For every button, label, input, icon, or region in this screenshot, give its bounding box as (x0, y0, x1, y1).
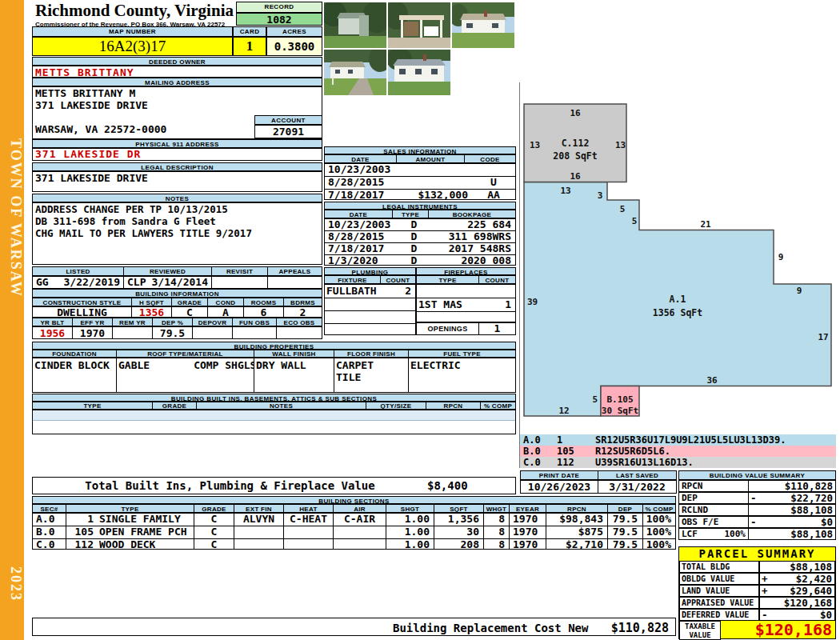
building-info-values-1: DWELLING 1356 C A 6 2 (32, 306, 322, 318)
area-c-sqft: 208 SqFt (553, 150, 597, 162)
building-information-title: BUILDING INFORMATION (32, 289, 322, 298)
legend-num: 1 (557, 434, 595, 446)
bdrms-value: 2 (284, 307, 322, 317)
ecoobs-value (277, 327, 322, 338)
ps-row: LAND VALUE +$29,640 (679, 585, 835, 597)
note-line-2: DB 311-698 from Sandra G Fleet (33, 215, 322, 227)
dim-right-17: 17 (818, 332, 828, 342)
bs-comp: 100% (643, 526, 675, 538)
bs-whgt: 8 (484, 539, 510, 550)
ps-amount: $88,108 (770, 562, 834, 572)
listed-label: LISTED (33, 267, 124, 275)
bs-col-air: AIR (334, 505, 386, 512)
map-number-value: 16A2(3)17 (32, 37, 233, 56)
sales-amount (400, 164, 472, 176)
house-front-photo (388, 50, 450, 95)
instr-type: D (396, 255, 432, 266)
building-sections-rows: A.0 1SINGLE FAMILY C ALVYN C-HEAT C-AIR … (32, 513, 676, 550)
carport-photo (388, 2, 450, 48)
bi-col-grade: GRADE (153, 402, 197, 409)
print-info-header: PRINT DATE LAST SAVED (520, 470, 677, 480)
building-info-header-2: YR BLT EFF YR REM YR DEP % DEPOVR FUN OB… (32, 318, 322, 326)
bvs-label-text: LCF (682, 529, 698, 539)
instr-col-type: TYPE (393, 210, 429, 218)
bs-type-name: WOOD DECK (99, 539, 155, 550)
legal-description-value: 371 LAKESIDE DRIVE (32, 171, 322, 192)
physical-address-value: 371 LAKESIDE DR (32, 148, 322, 161)
bvs-op (749, 505, 758, 515)
dim-a-top: 13 (560, 186, 570, 196)
floor-finish-2: TILE (336, 371, 408, 383)
building-info-header-1: CONSTRUCTION STYLE H SQFT GRADE COND ROO… (32, 298, 322, 306)
replacement-cost-label: Building Replacement Cost New (393, 622, 588, 634)
area-b-label: B.105 (606, 394, 633, 405)
sales-code (472, 164, 515, 176)
bi-col-comp: % COMP (481, 402, 515, 409)
bs-dep: 79.5 (608, 539, 643, 550)
acres-value: 0.3800 (266, 37, 322, 56)
bs-shgt: 1.00 (386, 514, 434, 526)
taxable-label-2: VALUE (680, 631, 720, 640)
print-info-values: 10/26/2023 3/31/2022 (520, 480, 677, 494)
plumb-col-fixture: FIXTURE (325, 276, 381, 283)
bs-air (334, 526, 386, 538)
ps-row: TOTAL BLDG VALUE $88,108 (679, 561, 835, 573)
sales-date: 7/18/2017 (325, 190, 400, 200)
bs-type-code: 1 (66, 514, 94, 526)
floor-finish-1: CARPET (336, 359, 408, 371)
bs-whgt: 8 (484, 514, 510, 526)
legend-vector: SR12U5R36U17L9U9L21U5L5LU3L13D39. (595, 434, 836, 446)
ps-label-text: LAND VALUE (679, 585, 759, 597)
bvs-op (749, 481, 758, 491)
instr-date: 8/28/2015 (325, 231, 396, 242)
instr-col-bookpage: BOOKPAGE (429, 210, 515, 218)
sales-code: U (472, 177, 515, 189)
openings-label: OPENINGS (417, 323, 479, 334)
revisit-label: REVISIT (212, 267, 268, 275)
dim-step-5b: 5 (632, 216, 638, 226)
plumbing-count: 2 (382, 285, 415, 298)
instr-bookpage: 2017 548RS (432, 243, 515, 254)
bs-rpcn: $2,710 (546, 539, 608, 550)
area-a-label: A.1 (670, 294, 686, 305)
sales-amount (400, 177, 472, 189)
sales-rows: 10/23/2003 8/28/2015 U 7/18/2017 $132,00… (324, 163, 516, 200)
remyr-value (113, 327, 153, 338)
col-depovr: DEPOVR (193, 318, 233, 326)
dim-c-bottom: 16 (570, 171, 581, 182)
last-saved-value: 3/31/2022 (598, 481, 676, 493)
bvs-label-text: RCLND (682, 505, 708, 515)
ps-row: DEFERRED VALUE -$0 (679, 609, 835, 621)
col-rooms: ROOMS (244, 298, 284, 306)
openings-value: 1 (479, 323, 515, 334)
bs-sqft: 208 (434, 539, 484, 550)
openings-row: OPENINGS 1 (416, 322, 516, 335)
bs-whgt: 8 (484, 526, 510, 538)
col-construction-style: CONSTRUCTION STYLE (33, 298, 132, 306)
grade-value: C (172, 307, 208, 317)
ps-label-text: TOTAL BLDG VALUE (679, 561, 759, 573)
bs-rpcn: $98,843 (546, 514, 608, 526)
dim-step-3: 3 (598, 190, 603, 201)
ps-amount: $29,640 (770, 586, 834, 596)
bi-col-type: TYPE (33, 402, 153, 409)
fire-col-count: COUNT (479, 276, 515, 283)
review-header-row: LISTED REVIEWED REVISIT APPEALS (32, 266, 322, 276)
dim-c-right: 13 (615, 140, 626, 150)
reviewed-value: CLP 3/14/2014 (124, 277, 212, 288)
ps-row: OBLDG VALUE +$2,420 (679, 573, 835, 585)
bvs-op: - (749, 493, 758, 503)
legend-num: 105 (557, 446, 595, 457)
fireplaces-header: TYPE COUNT (416, 275, 516, 284)
bs-shgt: 1.00 (386, 539, 434, 550)
bs-type: 112WOOD DECK (66, 539, 194, 550)
bs-comp: 100% (643, 514, 675, 526)
bs-extfin (234, 539, 284, 550)
sidebar-title: TOWN OF WARSAW (0, 116, 24, 320)
bs-col-rpcn: RPCN (546, 505, 608, 512)
foundation-value: CINDER BLOCK (33, 358, 117, 392)
taxable-row: TAXABLE VALUE $120,168 (679, 621, 835, 640)
bs-eyear: 1970 (510, 514, 546, 526)
building-sections-title: BUILDING SECTIONS (32, 496, 676, 504)
fuel-type-value: ELECTRIC (409, 358, 515, 392)
